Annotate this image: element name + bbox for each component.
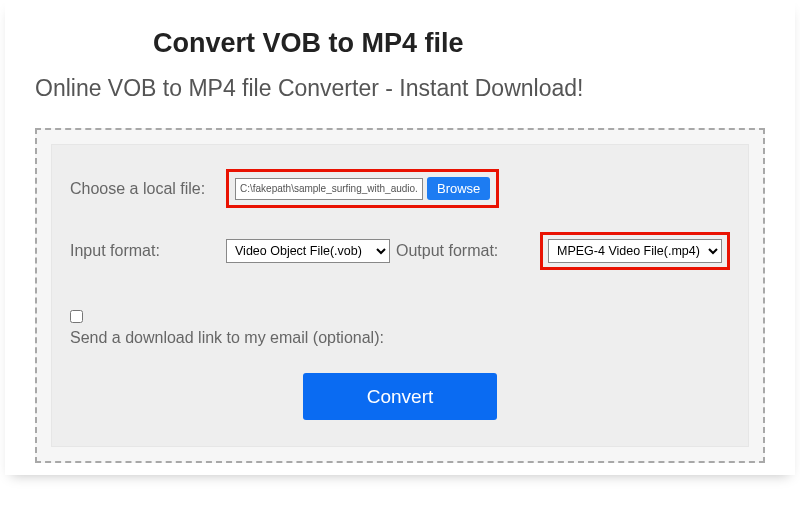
format-row: Input format: Video Object File(.vob) Ou… — [70, 232, 730, 270]
page-subtitle: Online VOB to MP4 file Converter - Insta… — [5, 69, 795, 120]
convert-row: Convert — [70, 373, 730, 420]
file-label: Choose a local file: — [70, 180, 218, 198]
email-row: Send a download link to my email (option… — [70, 310, 730, 347]
browse-button[interactable]: Browse — [427, 177, 490, 200]
input-format-select[interactable]: Video Object File(.vob) — [226, 239, 390, 263]
file-row: Choose a local file: Browse — [70, 169, 730, 208]
file-highlight-frame: Browse — [226, 169, 499, 208]
file-path-input[interactable] — [235, 178, 423, 200]
form-panel: Choose a local file: Browse Input format… — [51, 144, 749, 447]
page-title: Convert VOB to MP4 file — [5, 0, 795, 69]
email-checkbox[interactable] — [70, 310, 83, 323]
output-highlight-frame: MPEG-4 Video File(.mp4) — [540, 232, 730, 270]
output-format-label: Output format: — [396, 242, 498, 260]
converter-card: Convert VOB to MP4 file Online VOB to MP… — [5, 0, 795, 475]
input-format-label: Input format: — [70, 242, 218, 260]
convert-button[interactable]: Convert — [303, 373, 497, 420]
output-format-select[interactable]: MPEG-4 Video File(.mp4) — [548, 239, 722, 263]
email-label: Send a download link to my email (option… — [70, 329, 730, 347]
upload-area: Choose a local file: Browse Input format… — [35, 128, 765, 463]
